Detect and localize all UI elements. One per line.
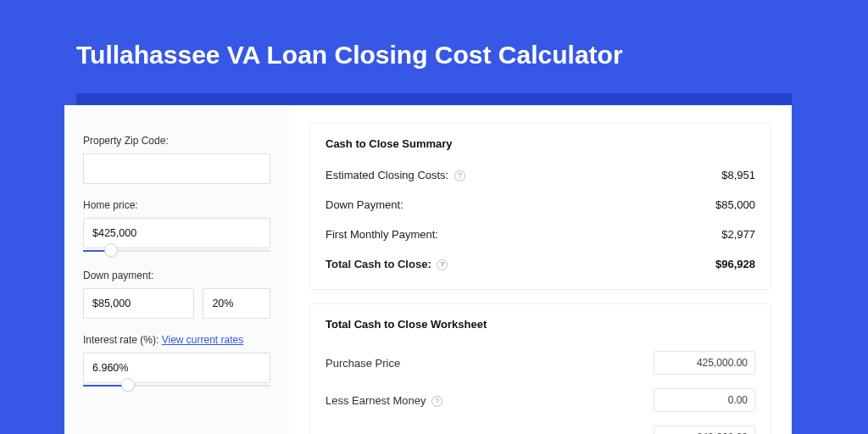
inputs-sidebar: Property Zip Code: Home price: Down paym… [64,106,289,434]
summary-row-value: $96,928 [715,258,755,270]
summary-row-label: First Monthly Payment: [326,228,438,241]
worksheet-row: Less Earnest Money ? [326,381,755,419]
interest-rate-input[interactable] [83,353,270,383]
down-payment-pct-input[interactable] [203,288,270,319]
help-icon[interactable]: ? [437,259,448,270]
zip-field-group: Property Zip Code: [83,135,270,184]
down-payment-group: Down payment: [83,270,270,319]
summary-row-label: Down Payment: [326,198,403,211]
worksheet-value-input[interactable] [654,351,755,375]
calculator-panel: Property Zip Code: Home price: Down paym… [64,105,792,434]
down-payment-input[interactable] [83,288,194,319]
worksheet-value-input[interactable] [654,426,755,434]
interest-rate-slider[interactable] [83,382,270,389]
calculator-container-shadow: Property Zip Code: Home price: Down paym… [76,93,792,434]
view-current-rates-link[interactable]: View current rates [162,334,244,346]
slider-thumb[interactable] [104,243,118,257]
help-icon[interactable]: ? [431,396,442,407]
summary-row-label: Estimated Closing Costs: ? [326,169,465,181]
slider-thumb[interactable] [121,378,135,392]
home-price-label: Home price: [83,199,270,211]
page-title: Tullahassee VA Loan Closing Cost Calcula… [76,41,792,70]
zip-label: Property Zip Code: [83,135,270,147]
down-payment-label: Down payment: [83,270,270,281]
worksheet-row-label: Total Mortgage Loan Amount [326,431,466,434]
summary-row: First Monthly Payment:$2,977 [326,223,755,253]
zip-input[interactable] [83,153,270,184]
worksheet-value-input[interactable] [654,388,755,412]
cash-to-close-summary-card: Cash to Close Summary Estimated Closing … [309,123,771,290]
summary-row: Down Payment:$85,000 [326,193,755,223]
summary-row: Total Cash to Close: ?$96,928 [326,253,755,282]
results-column: Cash to Close Summary Estimated Closing … [289,106,792,434]
worksheet-row-label: Less Earnest Money ? [326,394,442,407]
worksheet-row-label: Purchase Price [326,357,400,370]
home-price-slider[interactable] [83,248,270,254]
worksheet-row: Total Mortgage Loan Amount [326,419,755,434]
interest-rate-label: Interest rate (%): View current rates [83,334,270,346]
help-icon[interactable]: ? [454,170,465,181]
summary-row-label: Total Cash to Close: ? [326,258,448,270]
worksheet-title: Total Cash to Close Worksheet [326,318,755,331]
interest-rate-group: Interest rate (%): View current rates [83,334,270,389]
summary-title: Cash to Close Summary [326,137,755,150]
worksheet-card: Total Cash to Close Worksheet Purchase P… [309,303,771,434]
worksheet-row: Purchase Price [326,344,755,381]
summary-row-value: $2,977 [721,228,755,241]
summary-row-value: $85,000 [715,198,755,211]
summary-row-value: $8,951 [721,169,755,181]
home-price-group: Home price: [83,199,270,254]
summary-row: Estimated Closing Costs: ?$8,951 [326,164,755,193]
interest-rate-label-text: Interest rate (%): [83,334,162,346]
